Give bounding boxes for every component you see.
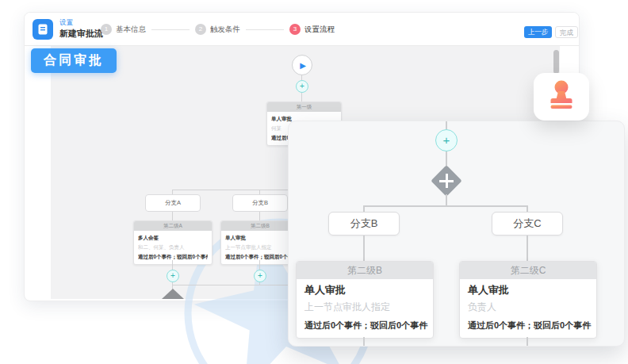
node-header: 第二级A (134, 221, 212, 231)
flow-line (259, 260, 260, 270)
node-events: 通过后0个事件；驳回后0个事件 (225, 252, 295, 262)
branch-c-node[interactable]: 分支C (492, 212, 563, 236)
level2b-node[interactable]: 第二级B 单人审批 上一节点审批人指定 通过后0个事件；驳回后0个事件 (296, 261, 434, 339)
flow-line (446, 121, 447, 129)
canvas-scrollbar[interactable] (553, 50, 559, 74)
node-type: 单人审批 (468, 284, 588, 297)
flow-line (363, 337, 365, 347)
flow-line (527, 236, 528, 261)
node-body: 单人审批 上一节点审批人指定 通过后0个事件；驳回后0个事件 (297, 279, 433, 338)
gateway-node[interactable] (433, 167, 460, 194)
flow-line (172, 260, 173, 270)
node-type: 多人会签 (138, 233, 208, 243)
level2a-node[interactable]: 第二级A 多人会签 和二、何某、负责人 通过后0个事件；驳回后0个事件 (133, 220, 213, 265)
add-node-button[interactable]: + (167, 270, 179, 282)
node-events: 通过后0个事件；驳回后0个事件 (138, 252, 208, 262)
flow-line (363, 205, 528, 207)
node-header: 第二级B (297, 262, 433, 279)
plus-icon (446, 174, 448, 188)
flow-line (527, 205, 528, 212)
start-node[interactable]: ▶ (292, 55, 312, 75)
node-assignee: 和二、何某、负责人 (138, 243, 208, 252)
node-body: 多人会签 和二、何某、负责人 通过后0个事件；驳回后0个事件 (134, 231, 212, 264)
add-node-button[interactable]: + (254, 270, 266, 282)
branch-a-node[interactable]: 分支A (145, 194, 201, 212)
flow-line (301, 93, 302, 102)
node-body: 单人审批 负责人 通过后0个事件；驳回后0个事件 (460, 279, 596, 338)
node-assignee: 负责人 (468, 301, 588, 313)
node-events: 通过后0个事件；驳回后0个事件 (304, 320, 425, 331)
node-events: 通过后0个事件；驳回后0个事件 (468, 320, 588, 331)
stamp-icon (548, 80, 575, 113)
flow-name-badge: 合同审批 (31, 48, 117, 73)
node-header: 第二级C (460, 262, 596, 279)
stamp-card (534, 73, 589, 121)
node-assignee: 上一节点审批人指定 (304, 301, 425, 313)
page: 设置 新建审批流 1 基本信息 2 触发条件 3 设置流程 上 (0, 0, 628, 364)
branch-b-node[interactable]: 分支B (328, 212, 400, 236)
zoom-detail-panel: + 分支B 分支C 第二级B 单人审批 上一节点审批人指定 通过后0个事件；驳回… (288, 121, 625, 347)
flow-line (446, 194, 447, 205)
node-assignee: 上一节点审批人指定 (225, 243, 295, 252)
flow-line (172, 212, 173, 220)
node-type: 单人审批 (304, 284, 425, 297)
node-header: 第一级 (267, 102, 341, 112)
play-icon: ▶ (300, 61, 306, 70)
branch-b-node[interactable]: 分支B (232, 194, 288, 212)
flow-line (527, 337, 528, 347)
add-node-button[interactable]: + (296, 80, 308, 93)
end-marker-icon (162, 289, 184, 299)
flow-line (259, 212, 260, 220)
level2c-node[interactable]: 第二级C 单人审批 负责人 通过后0个事件；驳回后0个事件 (459, 261, 597, 339)
add-node-button[interactable]: + (435, 129, 458, 151)
flow-line (363, 205, 365, 212)
flow-line (363, 236, 365, 261)
node-type: 单人审批 (225, 233, 295, 243)
